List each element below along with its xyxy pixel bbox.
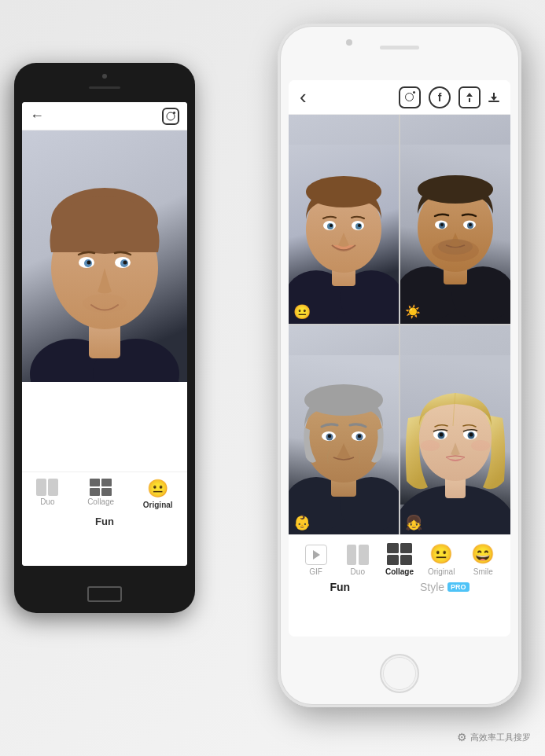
ios-tab-gif-label: GIF (309, 567, 322, 576)
duo-icon (36, 479, 58, 496)
collage-icon-br (400, 555, 412, 565)
svg-point-9 (87, 261, 91, 265)
android-tab-original-label: Original (143, 501, 173, 509)
collage-icon (90, 479, 112, 496)
android-top-bar: ← (22, 102, 187, 130)
duo-panel-right (48, 479, 58, 496)
android-tab-collage-label: Collage (87, 497, 114, 506)
face2-background (400, 115, 510, 324)
android-original-emoji: 😐 (147, 479, 168, 499)
gif-play-icon (313, 550, 320, 560)
svg-point-20 (306, 176, 381, 207)
ios-phone: ‹ f (278, 24, 521, 707)
ios-tab-original[interactable]: 😐 Original (424, 543, 458, 576)
svg-point-41 (438, 239, 473, 255)
ios-tab-collage[interactable]: Collage (382, 543, 417, 576)
svg-point-34 (418, 175, 493, 204)
android-screen: ← (22, 102, 187, 566)
collage-icon-tr (400, 543, 412, 553)
android-tab-original[interactable]: 😐 Original (143, 479, 173, 509)
cell2-emoji: ☀️ (405, 304, 421, 319)
svg-point-65 (421, 440, 440, 451)
ios-style-label[interactable]: Style PRO (420, 581, 470, 593)
ios-home-button[interactable] (380, 654, 419, 693)
cell1-emoji: 😐 (293, 305, 311, 319)
ios-tab-gif[interactable]: GIF (299, 545, 333, 576)
download-arrow (491, 97, 497, 101)
ios-tab-original-label: Original (428, 567, 455, 576)
share-arrow (466, 93, 473, 97)
android-tab-duo[interactable]: Duo (36, 479, 58, 509)
android-tab-row: Duo Collage 😐 Original (22, 472, 187, 512)
download-icon (488, 93, 499, 102)
face2-portrait (400, 115, 510, 324)
scene: ← (0, 0, 545, 756)
android-camera (102, 74, 107, 79)
ios-share-button[interactable] (458, 86, 481, 108)
collage-icon-cell1 (90, 479, 100, 486)
android-ig-icon[interactable] (162, 108, 179, 125)
svg-point-54 (358, 435, 361, 438)
duo-panel-r (359, 545, 369, 565)
android-back-icon[interactable]: ← (30, 108, 44, 124)
watermark-icon: ⚙ (457, 731, 467, 743)
svg-point-26 (358, 224, 361, 227)
collage-cell-4[interactable]: 👧 (400, 325, 510, 534)
svg-point-66 (471, 440, 490, 451)
android-face-photo (22, 130, 187, 382)
ios-download-button[interactable] (488, 93, 499, 102)
instagram-icon (405, 93, 414, 101)
collage-icon-bl (387, 555, 399, 565)
face4-portrait (400, 325, 510, 534)
collage-cell-3[interactable]: 👶 (289, 325, 399, 534)
face1-portrait (289, 115, 399, 324)
collage-icon-ios (387, 543, 412, 565)
android-tab-duo-label: Duo (40, 497, 54, 506)
face1-background (289, 115, 399, 324)
android-home-btn[interactable] (87, 586, 122, 602)
ios-tab-smile[interactable]: 😄 Smile (466, 543, 500, 576)
face3-background (289, 325, 399, 534)
ios-fun-label[interactable]: Fun (330, 581, 350, 593)
collage-cell-1[interactable]: 😐 (289, 115, 399, 324)
watermark-text: 高效率工具搜罗 (470, 732, 531, 743)
watermark: ⚙ 高效率工具搜罗 (457, 731, 531, 743)
svg-point-48 (304, 384, 383, 416)
svg-point-64 (470, 433, 473, 437)
ios-tab-collage-label: Collage (385, 567, 414, 576)
ios-tab-duo-label: Duo (351, 567, 365, 576)
android-bottom-tabs: Duo Collage 😐 Original (22, 472, 187, 566)
pro-badge: PRO (447, 582, 470, 592)
gif-icon (305, 545, 327, 565)
ios-facebook-button[interactable]: f (429, 86, 451, 108)
android-tab-collage[interactable]: Collage (87, 479, 114, 509)
ios-collage-grid: 😐 (289, 115, 510, 534)
collage-icon-cell4 (101, 488, 112, 496)
ios-top-bar: ‹ f (289, 80, 510, 115)
collage-icon-cell2 (101, 479, 112, 486)
ios-instagram-button[interactable] (399, 86, 421, 108)
android-phone: ← (14, 63, 195, 613)
svg-point-23 (330, 224, 333, 227)
android-speaker (89, 86, 120, 89)
smile-emoji-icon: 😄 (471, 543, 495, 565)
ios-bottom-labels: Fun Style PRO (289, 581, 510, 593)
ios-camera (346, 39, 352, 46)
ios-back-icon[interactable]: ‹ (300, 85, 307, 109)
duo-panel-l (347, 545, 357, 565)
collage-cell-2[interactable]: ☀️ (400, 115, 510, 324)
svg-point-51 (328, 435, 331, 438)
ios-home-inner (383, 657, 416, 690)
share-stem (469, 98, 470, 102)
ios-bottom-area: GIF Duo (289, 534, 510, 637)
duo-icon-ios (347, 545, 369, 565)
svg-point-37 (440, 223, 444, 226)
ios-tab-smile-label: Smile (473, 567, 493, 576)
cell4-emoji: 👧 (405, 516, 422, 530)
android-portrait (22, 130, 187, 382)
ios-tab-duo[interactable]: Duo (341, 545, 375, 576)
cell3-emoji: 👶 (293, 516, 311, 530)
share-icon (466, 93, 473, 102)
duo-panel-left (36, 479, 46, 496)
android-fun-label: Fun (95, 516, 114, 527)
